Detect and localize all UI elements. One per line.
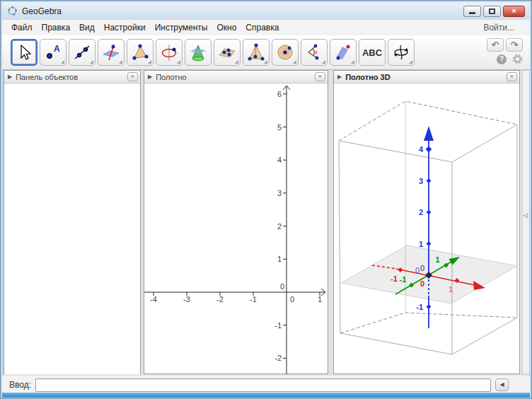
svg-text:2: 2 — [277, 222, 282, 231]
toolbar-right: ↶ ↷ ? — [486, 38, 523, 64]
tool-angle[interactable]: α — [301, 39, 328, 66]
box-visible-edges — [339, 125, 517, 354]
tool-rotate-view[interactable] — [388, 39, 415, 66]
tool-perpendicular-line[interactable] — [98, 39, 125, 66]
tool-point[interactable]: A — [40, 39, 66, 66]
input-help-button[interactable]: ◀ — [495, 378, 509, 391]
graphics-view-3d[interactable]: 4321-1-101-1100 — [334, 83, 519, 374]
perpendicular-line-icon — [102, 43, 120, 62]
abc-label: ABC — [362, 47, 382, 58]
tool-line[interactable] — [69, 39, 96, 66]
titlebar[interactable]: GeoGebra × — [2, 2, 530, 20]
input-bar: Ввод: ◀ — [2, 376, 530, 394]
settings-gear-icon[interactable] — [512, 54, 523, 64]
circle-axis-icon — [160, 43, 178, 62]
graphics3d-panel: ▶ Полотно 3D × — [333, 70, 520, 374]
close-panel-button[interactable]: × — [315, 72, 325, 81]
menu-view[interactable]: Вид — [76, 21, 98, 34]
close-button[interactable]: × — [503, 6, 525, 17]
svg-text:-2: -2 — [216, 295, 224, 303]
maximize-button[interactable] — [483, 6, 501, 17]
tool-text[interactable]: ABC — [359, 39, 386, 66]
algebra-panel-header[interactable]: ▶ Панель объектов × — [4, 71, 140, 83]
svg-text:6: 6 — [277, 90, 282, 98]
undo-icon: ↶ — [492, 40, 499, 50]
tool-polygon[interactable] — [127, 39, 154, 66]
move-arrow-icon — [15, 43, 33, 62]
svg-text:1: 1 — [449, 285, 453, 294]
objects-list[interactable] — [4, 83, 140, 374]
input-help-icon: ◀ — [499, 381, 504, 388]
svg-text:3: 3 — [419, 177, 423, 185]
sphere-icon — [276, 43, 294, 62]
undo-button[interactable]: ↶ — [487, 38, 504, 52]
svg-text:1: 1 — [277, 255, 282, 263]
expand-arrow-icon[interactable]: ▶ — [337, 74, 342, 80]
graphics-view-2d[interactable]: -4-3-2-1016543210-1-2 — [144, 83, 328, 374]
redo-button[interactable]: ↷ — [506, 38, 523, 52]
plane-points-icon — [218, 43, 236, 62]
tool-pyramid[interactable] — [243, 39, 270, 66]
svg-text:-1: -1 — [416, 303, 423, 311]
menu-window[interactable]: Окно — [213, 21, 240, 34]
panel-title: Полотно — [156, 73, 186, 81]
svg-text:-1: -1 — [250, 295, 257, 303]
angle-icon: α — [305, 43, 323, 62]
expand-arrow-icon[interactable]: ▶ — [148, 74, 152, 80]
close-panel-button[interactable]: × — [507, 72, 517, 81]
menubar: Файл Правка Вид Настройки Инструменты Ок… — [2, 20, 530, 35]
svg-text:-1: -1 — [400, 275, 407, 284]
minimize-icon — [469, 12, 475, 14]
polygon-icon — [131, 43, 149, 62]
line-icon — [73, 43, 91, 62]
menu-edit[interactable]: Правка — [38, 21, 74, 34]
svg-text:2: 2 — [419, 208, 423, 216]
sign-in-link[interactable]: Войти... — [483, 23, 523, 33]
graphics-panel: ▶ Полотно × -4-3-2-1016543210-1-2 — [144, 70, 328, 374]
svg-text:-1: -1 — [391, 274, 398, 283]
geogebra-window: GeoGebra × Файл Правка Вид Настройки Инс… — [0, 0, 532, 399]
svg-text:0: 0 — [415, 266, 420, 274]
input-label: Ввод: — [9, 380, 31, 390]
redo-icon: ↷ — [511, 40, 519, 50]
tool-intersect-surfaces[interactable] — [185, 39, 212, 66]
graphics-panel-header[interactable]: ▶ Полотно × — [144, 71, 328, 83]
svg-text:4: 4 — [419, 145, 424, 154]
help-icon[interactable]: ? — [497, 54, 507, 64]
tool-sphere[interactable] — [272, 39, 299, 66]
algebra-panel: ▶ Панель объектов × — [4, 70, 141, 374]
algebra-input[interactable] — [35, 378, 491, 392]
svg-text:1: 1 — [419, 240, 423, 248]
cone-plane-icon — [189, 43, 207, 62]
close-panel-button[interactable]: × — [127, 72, 138, 81]
svg-text:-3: -3 — [183, 295, 190, 303]
geogebra-logo-icon — [7, 6, 18, 16]
help-glyph: ? — [499, 55, 504, 63]
menu-settings[interactable]: Настройки — [100, 21, 149, 34]
svg-text:0: 0 — [280, 282, 284, 291]
menu-tools[interactable]: Инструменты — [151, 21, 212, 34]
svg-text:1: 1 — [318, 295, 322, 303]
svg-text:α: α — [314, 49, 318, 55]
splitter-collapse-icon[interactable]: ◁ — [524, 212, 528, 219]
tool-move[interactable] — [11, 39, 37, 66]
svg-text:0: 0 — [420, 264, 424, 272]
tool-circle-axis[interactable] — [156, 39, 183, 66]
minimize-button[interactable] — [463, 6, 481, 17]
graphics3d-panel-header[interactable]: ▶ Полотно 3D × — [334, 71, 519, 83]
expand-arrow-icon[interactable]: ▶ — [8, 74, 12, 80]
panel-splitter[interactable]: ◁ — [522, 70, 530, 374]
menu-file[interactable]: Файл — [8, 21, 36, 34]
panel-title: Панель объектов — [16, 73, 78, 81]
menu-help[interactable]: Справка — [242, 21, 282, 34]
tool-buttons: A — [11, 39, 415, 66]
panels-area: ▶ Панель объектов × ▶ Полотно × -4-3-2-1… — [4, 70, 528, 376]
svg-text:0: 0 — [290, 295, 294, 303]
rotate-3d-icon — [392, 43, 410, 62]
svg-text:4: 4 — [277, 156, 282, 164]
panel-title: Полотно 3D — [345, 73, 391, 81]
tool-plane-three-points[interactable] — [214, 39, 241, 66]
svg-text:-4: -4 — [150, 295, 157, 303]
tool-reflect-plane[interactable] — [330, 39, 357, 66]
window-title: GeoGebra — [22, 6, 62, 16]
